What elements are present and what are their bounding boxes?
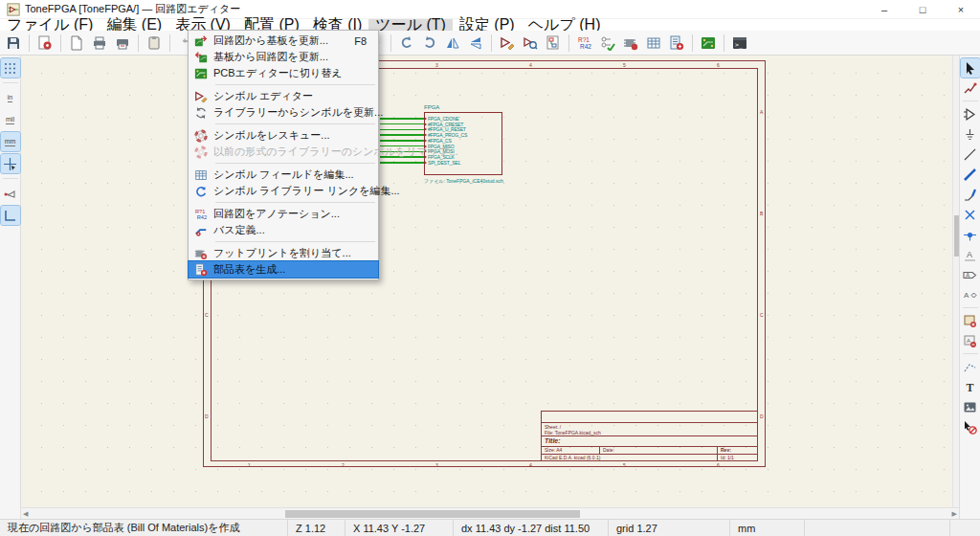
symbol-library-browser-button[interactable] xyxy=(519,32,542,55)
place-symbol-button[interactable] xyxy=(961,104,980,123)
print-button[interactable] xyxy=(88,32,111,55)
bus-definitions-icon xyxy=(191,223,211,238)
draw-bus-button[interactable] xyxy=(961,165,980,184)
plot-button[interactable] xyxy=(111,32,134,55)
horizontal-scrollbar[interactable]: ◀ ▶ xyxy=(21,507,959,519)
symbol-editor-button[interactable] xyxy=(496,32,519,55)
library-browser-icon xyxy=(523,35,538,51)
plot-icon xyxy=(115,35,130,51)
hierarchical-sheet-button[interactable] xyxy=(961,311,980,330)
frame-label: D xyxy=(205,413,209,419)
symbol-fields-table-button[interactable] xyxy=(642,32,665,55)
menu-file[interactable]: ファイル (F) xyxy=(0,19,100,31)
junction-button[interactable] xyxy=(961,225,980,244)
assign-footprints-icon xyxy=(623,35,638,51)
wire-icon xyxy=(963,147,977,162)
rotate-cw-icon xyxy=(422,35,437,51)
menu-item-edit-symbol-fields[interactable]: シンボル フィールドを編集... xyxy=(189,167,378,183)
menu-item-switch-to-pcb-editor[interactable]: PCBエディターに切り替え xyxy=(189,65,378,81)
annotate-button[interactable]: R?1R42 xyxy=(573,32,596,55)
vertical-scrollbar-thumb[interactable] xyxy=(954,215,959,257)
menu-bar: ファイル (F) 編集 (E) 表示 (V) 配置 (P) 検査 (I) ツール… xyxy=(0,19,980,31)
wire xyxy=(380,118,424,120)
page-settings-button[interactable] xyxy=(65,32,88,55)
open-pcb-editor-button[interactable] xyxy=(697,32,720,55)
frame-label: 3 xyxy=(435,462,438,468)
scroll-left-arrow-icon[interactable]: ◀ xyxy=(23,510,28,518)
hv-wires-button[interactable] xyxy=(1,206,20,225)
assign-footprints-button[interactable] xyxy=(619,32,642,55)
frame-label: 5 xyxy=(623,62,626,68)
menu-tools[interactable]: ツール (T) xyxy=(368,19,453,31)
import-sheet-pin-button[interactable]: A xyxy=(961,331,980,350)
menu-item-edit-symbol-library-links[interactable]: シンボル ライブラリー リンクを編集... xyxy=(189,183,378,199)
horizontal-scrollbar-thumb[interactable] xyxy=(285,510,580,518)
schematic-canvas[interactable]: FPGA FPGA_CDONE#FPGA_CRESET#FPGA_U_RESET… xyxy=(21,56,959,507)
place-image-button[interactable] xyxy=(961,397,980,416)
draw-lines-button[interactable] xyxy=(961,357,980,376)
mirror-vertical-button[interactable] xyxy=(464,32,487,55)
units-mil-button[interactable]: mil xyxy=(1,110,20,129)
hierarchical-label-button[interactable]: A xyxy=(961,285,980,304)
status-message: 現在の回路図から部品表 (Bill Of Materials)を作成 xyxy=(0,520,287,536)
global-label-button[interactable]: A xyxy=(961,265,980,284)
menu-item-remap-legacy-symbols: 以前の形式のライブラリーのシンボルをリマップ... xyxy=(189,144,378,160)
menu-item-assign-footprints[interactable]: フットプリントを割り当て... xyxy=(189,245,378,261)
net-label-button[interactable]: A xyxy=(961,245,980,264)
close-button[interactable]: × xyxy=(942,0,980,19)
menu-item-generate-bom[interactable]: 部品表を生成... xyxy=(189,261,378,278)
place-power-button[interactable] xyxy=(961,124,980,144)
units-mm-button[interactable]: mm xyxy=(1,132,20,151)
generate-bom-button[interactable] xyxy=(665,32,688,55)
units-inch-button[interactable]: in xyxy=(1,88,20,107)
menu-item-update-schematic-from-pcb[interactable]: 基板から回路図を更新... xyxy=(189,49,378,65)
frame-label: 1 xyxy=(248,462,251,468)
menu-edit[interactable]: 編集 (E) xyxy=(100,19,168,31)
remap-symbols-icon xyxy=(191,145,211,160)
frame-label: 5 xyxy=(623,462,626,468)
right-toolbar: A A A A T xyxy=(959,56,980,519)
rotate-cw-button[interactable] xyxy=(418,32,441,55)
menu-item-annotate-schematic[interactable]: R?1R42 回路図をアノテーション... xyxy=(189,206,378,222)
wire-to-bus-entry-button[interactable] xyxy=(961,185,980,204)
titleblock-title: Title: xyxy=(542,436,758,446)
left-toolbar: in mil mm xyxy=(0,56,21,519)
place-text-button[interactable]: T xyxy=(961,377,980,396)
mirror-horizontal-button[interactable] xyxy=(441,32,464,55)
draw-wire-button[interactable] xyxy=(961,145,980,164)
net-label-icon: A xyxy=(963,248,977,262)
minimize-button[interactable]: – xyxy=(865,0,903,19)
schematic-setup-button[interactable] xyxy=(33,32,56,55)
bom-icon xyxy=(669,35,684,51)
titleblock-rev: Rev: xyxy=(717,447,731,454)
menu-item-update-symbols-from-library[interactable]: ライブラリーからシンボルを更新... xyxy=(189,104,378,121)
highlight-net-button[interactable] xyxy=(961,78,980,98)
scroll-right-arrow-icon[interactable]: ▶ xyxy=(952,510,957,518)
rotate-ccw-button[interactable] xyxy=(395,32,418,55)
vertical-scrollbar[interactable] xyxy=(952,56,959,507)
paste-button[interactable] xyxy=(143,32,166,55)
erc-button[interactable] xyxy=(596,32,619,55)
save-button[interactable] xyxy=(2,32,25,55)
save-icon xyxy=(6,35,21,51)
delete-tool-button[interactable] xyxy=(961,417,980,436)
menu-help[interactable]: ヘルプ (H) xyxy=(522,19,608,31)
grid-toggle-button[interactable] xyxy=(1,58,20,78)
mirror-horizontal-icon xyxy=(445,35,460,51)
wire xyxy=(380,123,424,125)
application-window: ToneFPGA [ToneFPGA/] — 回路図エディター – □ × ファ… xyxy=(0,0,980,536)
select-tool-button[interactable] xyxy=(961,58,980,78)
cursor-shape-button[interactable] xyxy=(1,154,20,173)
menu-item-symbol-editor[interactable]: シンボル エディター xyxy=(189,88,378,104)
hierarchy-navigator-button[interactable] xyxy=(542,32,565,55)
maximize-button[interactable]: □ xyxy=(903,0,942,19)
scripting-console-button[interactable]: >_ xyxy=(728,32,751,55)
frame-label: C xyxy=(205,312,209,318)
hidden-pins-button[interactable] xyxy=(1,184,20,203)
menu-item-update-pcb-from-schematic[interactable]: 回路図から基板を更新... F8 xyxy=(189,33,378,49)
menu-item-rescue-symbols[interactable]: シンボルをレスキュー... xyxy=(189,127,378,144)
menu-preferences[interactable]: 設定 (P) xyxy=(453,19,522,31)
menu-item-bus-definitions[interactable]: バス定義... xyxy=(189,222,378,238)
no-connect-button[interactable] xyxy=(961,205,980,224)
mirror-vertical-icon xyxy=(468,35,483,51)
